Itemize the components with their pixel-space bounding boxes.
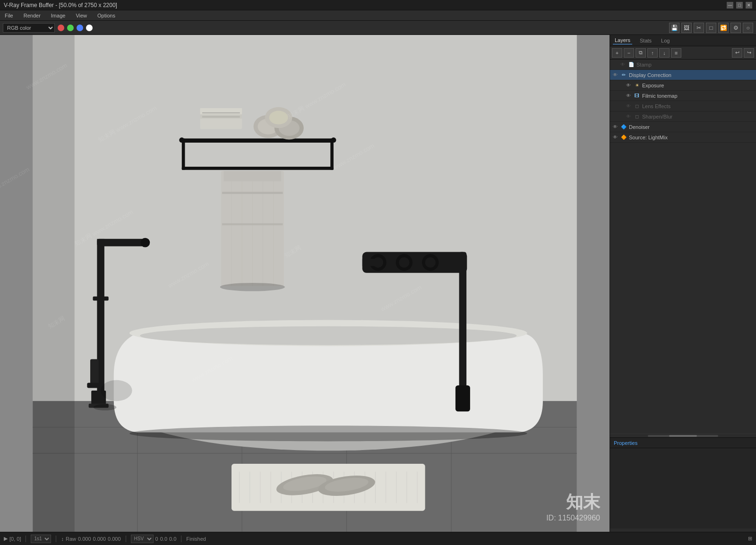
svg-rect-11: [330, 138, 334, 170]
eye-lens-effects[interactable]: 👁: [625, 103, 632, 110]
status-section: Finished: [186, 536, 206, 542]
svg-point-52: [399, 257, 409, 268]
tab-layers[interactable]: Layers: [613, 36, 632, 44]
panel-move-up-button[interactable]: ↑: [647, 48, 658, 58]
settings-button[interactable]: ⚙: [730, 23, 741, 33]
svg-rect-55: [459, 252, 467, 388]
svg-point-47: [129, 426, 527, 441]
raw-label: Raw: [66, 536, 76, 542]
svg-point-82: [94, 404, 117, 410]
layer-filmic-tonemap[interactable]: 👁 🎞 Filmic tonemap: [610, 91, 756, 101]
eye-exposure[interactable]: 👁: [625, 82, 632, 89]
axis-icon: ↕: [61, 536, 64, 542]
color-channel-select[interactable]: RGB color Alpha Luminance: [3, 23, 55, 33]
hsv-val-3: 0.0: [169, 536, 176, 542]
scroll-thumb[interactable]: [669, 435, 697, 437]
eye-stamp[interactable]: 👁: [619, 61, 626, 68]
panel-move-down-button[interactable]: ↓: [659, 48, 670, 58]
canvas-area[interactable]: www.znzmo.com 知末网 www.znzmo.com www.znzm…: [0, 35, 610, 532]
layer-source-lightmix[interactable]: 👁 🔶 Source: LightMix: [610, 132, 756, 143]
layer-name-filmic-tonemap: Filmic tonemap: [642, 93, 678, 99]
red-channel-dot[interactable]: [58, 25, 64, 31]
sharpen-blur-icon: ◻: [634, 113, 640, 120]
layer-denoiser[interactable]: 👁 🔷 Denoiser: [610, 122, 756, 132]
layer-sharpen-blur[interactable]: 👁 ◻ Sharpen/Blur: [610, 111, 756, 122]
svg-rect-56: [362, 259, 378, 266]
svg-rect-42: [90, 359, 99, 385]
eye-source-lightmix[interactable]: 👁: [612, 134, 619, 141]
hsv-section: HSV RGB 0 0.0 0.0: [131, 535, 177, 543]
panel-remove-button[interactable]: −: [624, 48, 634, 58]
sample-select[interactable]: 1s1: [31, 535, 51, 543]
menu-image[interactable]: Image: [49, 12, 68, 19]
layer-display-correction[interactable]: 👁 ✏ Display Correction: [610, 70, 756, 80]
coords-label: ▶: [4, 536, 8, 542]
hsv-select[interactable]: HSV RGB: [131, 535, 154, 543]
white-channel-dot[interactable]: [86, 25, 93, 31]
render-image: www.znzmo.com 知末网 www.znzmo.com www.znzm…: [0, 35, 610, 532]
svg-rect-41: [93, 297, 109, 301]
panel-redo-button[interactable]: ↪: [744, 48, 754, 58]
tab-log[interactable]: Log: [659, 37, 671, 44]
maximize-button[interactable]: □: [736, 2, 743, 9]
denoiser-icon: 🔷: [620, 124, 627, 130]
panel-spacer: [683, 48, 730, 58]
tab-stats[interactable]: Stats: [638, 37, 653, 44]
blue-channel-dot[interactable]: [77, 25, 83, 31]
eye-denoiser[interactable]: 👁: [612, 124, 619, 130]
panel-tabs: Layers Stats Log: [610, 35, 756, 46]
svg-rect-10: [182, 138, 185, 170]
close-button[interactable]: ✕: [746, 2, 752, 9]
menu-file[interactable]: File: [3, 12, 15, 19]
menu-view[interactable]: View: [74, 12, 89, 19]
export-button[interactable]: 🖼: [681, 23, 692, 33]
svg-rect-17: [200, 108, 242, 114]
refresh-button[interactable]: 🔁: [718, 23, 729, 33]
minimize-button[interactable]: —: [727, 2, 733, 9]
region-button[interactable]: ✂: [694, 23, 704, 33]
extra-button[interactable]: ○: [743, 23, 753, 33]
stamp-icon: 📄: [628, 61, 635, 68]
svg-rect-19: [202, 112, 240, 113]
eye-filmic-tonemap[interactable]: 👁: [625, 93, 632, 99]
save-button[interactable]: 💾: [669, 23, 679, 33]
layer-name-sharpen-blur: Sharpen/Blur: [642, 114, 672, 119]
svg-rect-12: [182, 167, 334, 170]
menu-options[interactable]: Options: [95, 12, 117, 19]
layer-list: 👁 📄 Stamp 👁 ✏ Display Correction 👁 ☀ Exp…: [610, 60, 756, 434]
status-text: Finished: [186, 536, 206, 542]
panel-toolbar: + − ⧉ ↑ ↓ ≡ ↩ ↪: [610, 46, 756, 60]
menubar: File Render Image View Options: [0, 10, 756, 21]
divider-2: [56, 536, 56, 542]
sample-section: 1s1: [31, 535, 51, 543]
right-panel: Layers Stats Log + − ⧉ ↑ ↓ ≡ ↩ ↪ 👁 📄 Sta…: [610, 35, 756, 532]
properties-label: Properties: [614, 440, 637, 446]
green-channel-dot[interactable]: [67, 25, 74, 31]
svg-point-81: [101, 380, 132, 401]
hsv-val-2: 0.0: [160, 536, 167, 542]
layer-stamp[interactable]: 👁 📄 Stamp: [610, 60, 756, 70]
svg-rect-8: [33, 35, 75, 532]
layer-lens-effects[interactable]: 👁 ◻ Lens Effects: [610, 101, 756, 111]
svg-point-13: [179, 137, 184, 143]
titlebar: V-Ray Frame Buffer - [50.0% of 2750 x 22…: [0, 0, 756, 10]
svg-point-54: [425, 257, 436, 268]
properties-panel: Properties: [610, 437, 756, 532]
expand-icon[interactable]: ⊞: [748, 536, 752, 541]
panel-copy-button[interactable]: ⧉: [636, 48, 646, 58]
svg-rect-27: [223, 171, 281, 181]
menu-render[interactable]: Render: [22, 12, 43, 19]
panel-add-button[interactable]: +: [612, 48, 622, 58]
title-text: V-Ray Frame Buffer - [50.0% of 2750 x 22…: [4, 2, 117, 9]
eye-display-correction[interactable]: 👁: [612, 72, 619, 78]
layer-exposure[interactable]: 👁 ☀ Exposure: [610, 80, 756, 91]
frame-button[interactable]: □: [706, 23, 716, 33]
eye-sharpen-blur[interactable]: 👁: [625, 113, 632, 120]
layer-name-exposure: Exposure: [642, 83, 664, 88]
panel-undo-button[interactable]: ↩: [732, 48, 742, 58]
panel-list-button[interactable]: ≡: [671, 48, 681, 58]
layer-name-stamp: Stamp: [636, 62, 652, 68]
layer-name-denoiser: Denoiser: [629, 124, 650, 130]
svg-point-14: [331, 137, 336, 143]
scene-svg: [0, 35, 610, 532]
